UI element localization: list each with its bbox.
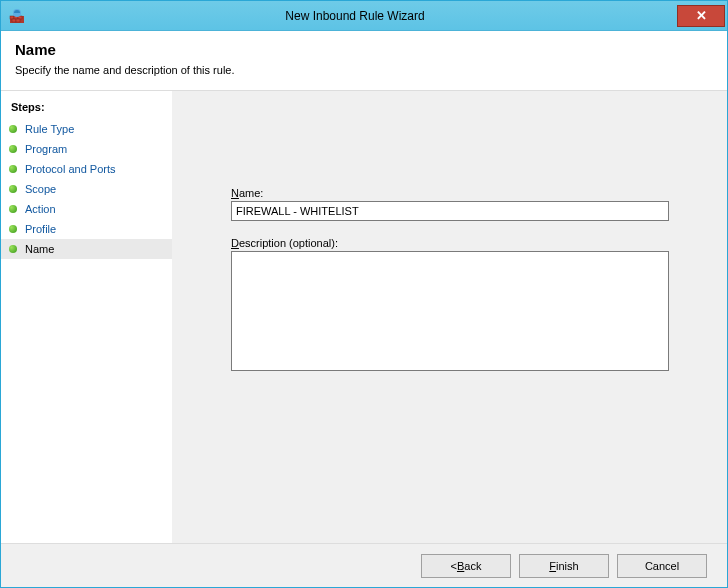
- bullet-icon: [9, 245, 17, 253]
- close-button[interactable]: ✕: [677, 5, 725, 27]
- bullet-icon: [9, 165, 17, 173]
- step-profile[interactable]: Profile: [1, 219, 172, 239]
- svg-rect-1: [10, 16, 14, 19]
- bullet-icon: [9, 185, 17, 193]
- step-label: Protocol and Ports: [25, 163, 116, 175]
- name-label: Name:: [231, 187, 689, 199]
- steps-heading: Steps:: [1, 99, 172, 119]
- titlebar: New Inbound Rule Wizard ✕: [1, 1, 727, 31]
- bullet-icon: [9, 225, 17, 233]
- name-input[interactable]: [231, 201, 669, 221]
- step-protocol-ports[interactable]: Protocol and Ports: [1, 159, 172, 179]
- svg-rect-5: [16, 19, 20, 22]
- page-description: Specify the name and description of this…: [15, 64, 713, 76]
- step-label: Name: [25, 243, 54, 255]
- window-title: New Inbound Rule Wizard: [33, 9, 677, 23]
- step-program[interactable]: Program: [1, 139, 172, 159]
- wizard-buttons: < Back Finish Cancel: [1, 543, 727, 587]
- finish-button[interactable]: Finish: [519, 554, 609, 578]
- bullet-icon: [9, 145, 17, 153]
- step-label: Rule Type: [25, 123, 74, 135]
- description-input[interactable]: [231, 251, 669, 371]
- step-label: Action: [25, 203, 56, 215]
- step-label: Program: [25, 143, 67, 155]
- description-label: Description (optional):: [231, 237, 689, 249]
- svg-rect-4: [12, 19, 16, 22]
- close-icon: ✕: [696, 8, 707, 23]
- step-label: Scope: [25, 183, 56, 195]
- wizard-window: New Inbound Rule Wizard ✕ Name Specify t…: [0, 0, 728, 588]
- bullet-icon: [9, 125, 17, 133]
- step-name[interactable]: Name: [1, 239, 172, 259]
- firewall-icon: [9, 8, 25, 24]
- step-action[interactable]: Action: [1, 199, 172, 219]
- cancel-button[interactable]: Cancel: [617, 554, 707, 578]
- step-scope[interactable]: Scope: [1, 179, 172, 199]
- wizard-header: Name Specify the name and description of…: [1, 31, 727, 91]
- bullet-icon: [9, 205, 17, 213]
- wizard-body: Steps: Rule Type Program Protocol and Po…: [1, 91, 727, 543]
- steps-sidebar: Steps: Rule Type Program Protocol and Po…: [1, 91, 173, 543]
- wizard-content: Name: Description (optional):: [173, 91, 727, 543]
- step-rule-type[interactable]: Rule Type: [1, 119, 172, 139]
- page-title: Name: [15, 41, 713, 58]
- back-button[interactable]: < Back: [421, 554, 511, 578]
- step-label: Profile: [25, 223, 56, 235]
